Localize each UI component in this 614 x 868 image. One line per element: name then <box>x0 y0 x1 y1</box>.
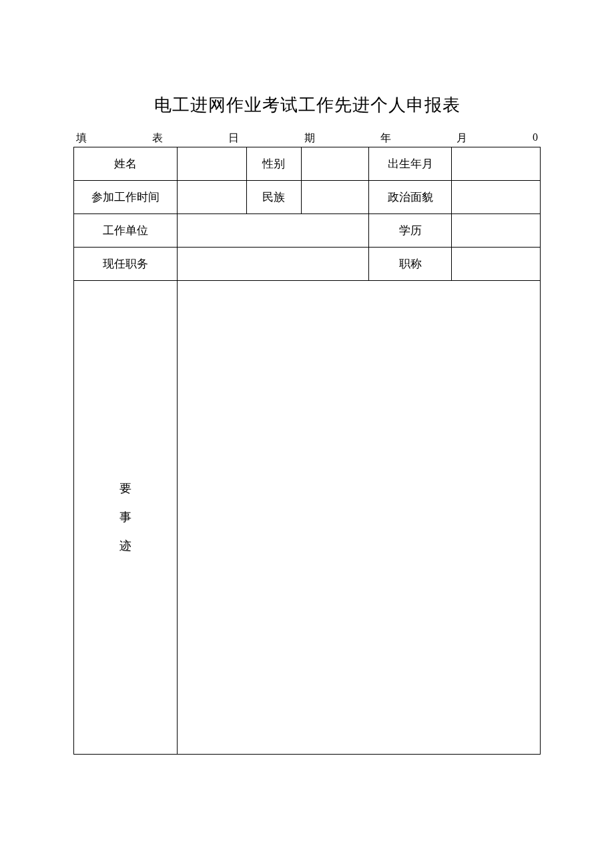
value-work-start <box>177 181 246 214</box>
deeds-char-1: 要 <box>119 474 131 503</box>
label-gender: 性别 <box>246 147 301 181</box>
label-work-unit: 工作单位 <box>74 214 178 248</box>
form-title: 电工进网作业考试工作先进个人申报表 <box>73 93 541 117</box>
label-name: 姓名 <box>74 147 178 181</box>
value-position <box>177 248 369 281</box>
date-char-month: 月 <box>456 131 467 145</box>
value-work-unit <box>177 214 369 248</box>
label-birth: 出生年月 <box>369 147 452 181</box>
date-char-form: 表 <box>152 131 163 145</box>
value-gender <box>301 147 369 181</box>
label-ethnicity: 民族 <box>246 181 301 214</box>
value-education <box>452 214 541 248</box>
label-political: 政治面貌 <box>369 181 452 214</box>
label-work-start: 参加工作时间 <box>74 181 178 214</box>
date-char-day: 日 <box>228 131 239 145</box>
value-political <box>452 181 541 214</box>
deeds-char-2: 事 <box>119 503 131 532</box>
value-job-title <box>452 248 541 281</box>
label-education: 学历 <box>369 214 452 248</box>
value-name <box>177 147 246 181</box>
date-char-zero: 0 <box>533 131 538 145</box>
row-basic-1: 姓名 性别 出生年月 <box>74 147 541 181</box>
date-char-year: 年 <box>380 131 391 145</box>
label-deeds: 要 事 迹 <box>74 281 178 755</box>
label-position: 现任职务 <box>74 248 178 281</box>
fill-date-line: 填 表 日 期 年 月 0 <box>73 131 541 147</box>
value-birth <box>452 147 541 181</box>
row-basic-3: 工作单位 学历 <box>74 214 541 248</box>
value-ethnicity <box>301 181 369 214</box>
value-deeds-content <box>177 281 540 755</box>
deeds-char-3: 迹 <box>119 532 131 560</box>
label-job-title: 职称 <box>369 248 452 281</box>
date-char-fill: 填 <box>76 131 87 145</box>
row-basic-4: 现任职务 职称 <box>74 248 541 281</box>
date-char-period: 期 <box>304 131 315 145</box>
row-deeds: 要 事 迹 <box>74 281 541 755</box>
row-basic-2: 参加工作时间 民族 政治面貌 <box>74 181 541 214</box>
application-form-table: 姓名 性别 出生年月 参加工作时间 民族 政治面貌 工作单位 学历 现任职务 职… <box>73 147 541 755</box>
